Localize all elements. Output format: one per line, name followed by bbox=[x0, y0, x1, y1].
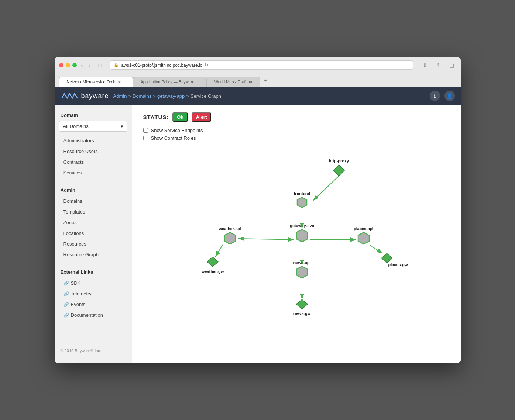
node-getaway-svc[interactable]: getaway-svc bbox=[290, 223, 314, 242]
node-label-news-gw: news-gw bbox=[293, 311, 310, 316]
endpoints-checkbox-input[interactable] bbox=[143, 128, 148, 133]
sidebar-item-domains[interactable]: Domains bbox=[55, 196, 132, 206]
domain-select[interactable]: All Domains ▾ bbox=[59, 121, 127, 132]
node-places-api[interactable]: places-api bbox=[354, 226, 374, 244]
svg-marker-2 bbox=[333, 165, 344, 176]
svg-marker-3 bbox=[297, 197, 307, 208]
user-button[interactable]: 👤 bbox=[444, 91, 455, 101]
svg-marker-5 bbox=[224, 232, 236, 244]
lock-icon: 🔒 bbox=[114, 63, 119, 67]
sidebar-item-contracts[interactable]: Contracts bbox=[55, 157, 132, 167]
sidebar-item-sdk[interactable]: 🔗 SDK bbox=[55, 278, 132, 288]
node-label-http-proxy: http-proxy bbox=[329, 159, 349, 163]
browser-controls: ‹ › □ 🔒 aws1-c01-protof.jsmithinc.poc.ba… bbox=[59, 60, 456, 70]
graph-svg: http-proxy frontend getaway-svc bbox=[143, 148, 450, 333]
sidebar-item-locations[interactable]: Locations bbox=[55, 228, 132, 239]
node-label-weather-gw: weather-gw bbox=[201, 269, 224, 274]
node-places-gw[interactable]: places-gw bbox=[381, 253, 408, 267]
breadcrumb-admin[interactable]: Admin bbox=[113, 93, 127, 99]
tab-policy[interactable]: Application Policy — Bayware documentati… bbox=[133, 77, 207, 87]
contract-roles-checkbox-input[interactable] bbox=[143, 136, 148, 140]
node-label-places-api: places-api bbox=[354, 226, 374, 231]
external-link-icon: 🔗 bbox=[63, 281, 69, 286]
info-button[interactable]: ℹ bbox=[430, 91, 440, 101]
topbar: bayware Admin > Domains > getaway-app > … bbox=[55, 87, 461, 105]
browser-tabs: Network Microservice Orchestrator Applic… bbox=[59, 75, 456, 87]
node-label-frontend: frontend bbox=[293, 191, 310, 196]
sidebar-item-zones[interactable]: Zones bbox=[55, 217, 132, 228]
logo-text: bayware bbox=[81, 92, 109, 100]
share-button[interactable]: ⇡ bbox=[434, 62, 443, 69]
url-text: aws1-c01-protof.jsmithinc.poc.bayware.io bbox=[121, 63, 202, 68]
sidebar-toggle-button[interactable]: ◫ bbox=[447, 62, 456, 69]
topbar-left: bayware Admin > Domains > getaway-app > … bbox=[61, 91, 222, 101]
edge-http-proxy-frontend bbox=[313, 176, 339, 201]
sidebar-item-resources[interactable]: Resources bbox=[55, 239, 132, 249]
domain-section-title: Domain bbox=[55, 111, 132, 121]
tab-grafana[interactable]: World Map - Grafana bbox=[207, 77, 260, 87]
maximize-button[interactable] bbox=[72, 63, 77, 67]
status-label: STATUS: bbox=[143, 114, 169, 120]
svg-marker-8 bbox=[381, 253, 392, 263]
breadcrumb: Admin > Domains > getaway-app > Service … bbox=[113, 93, 221, 99]
admin-section-title: Admin bbox=[55, 186, 132, 196]
node-label-weather-api: weather-api bbox=[218, 226, 241, 231]
sidebar-item-resource-users[interactable]: Resource Users bbox=[55, 146, 132, 157]
browser-titlebar: ‹ › □ 🔒 aws1-c01-protof.jsmithinc.poc.ba… bbox=[55, 57, 461, 87]
node-weather-gw[interactable]: weather-gw bbox=[201, 257, 224, 274]
close-button[interactable] bbox=[59, 63, 63, 67]
edge-weather-api-gw bbox=[215, 245, 223, 257]
sidebar: Domain All Domains ▾ Administrators Reso… bbox=[55, 105, 132, 363]
show-endpoints-checkbox[interactable]: Show Service Endpoints bbox=[143, 128, 450, 133]
sidebar-item-documentation[interactable]: 🔗 Documentation bbox=[55, 310, 132, 320]
sidebar-item-telemetry[interactable]: 🔗 Telemetry bbox=[55, 288, 132, 299]
node-label-news-api: news-api bbox=[293, 260, 310, 265]
back-button[interactable]: ‹ bbox=[80, 62, 85, 69]
node-news-api[interactable]: news-api bbox=[293, 260, 310, 278]
sidebar-item-events[interactable]: 🔗 Events bbox=[55, 299, 132, 310]
topbar-right: ℹ 👤 bbox=[430, 91, 455, 101]
logo-icon bbox=[61, 91, 79, 101]
breadcrumb-domains[interactable]: Domains bbox=[133, 93, 151, 99]
sidebar-item-templates[interactable]: Templates bbox=[55, 206, 132, 217]
external-link-icon-2: 🔗 bbox=[63, 291, 69, 296]
forward-button[interactable]: › bbox=[87, 62, 92, 69]
node-weather-api[interactable]: weather-api bbox=[218, 226, 241, 244]
traffic-lights bbox=[59, 63, 77, 67]
new-tab-button[interactable]: + bbox=[260, 75, 271, 87]
status-alert-button[interactable]: Alert bbox=[192, 112, 212, 122]
breadcrumb-app[interactable]: getaway-app bbox=[157, 93, 185, 99]
svg-marker-9 bbox=[296, 266, 308, 278]
minimize-button[interactable] bbox=[66, 63, 70, 67]
status-ok-button[interactable]: Ok bbox=[172, 112, 188, 122]
main-layout: Domain All Domains ▾ Administrators Reso… bbox=[55, 105, 461, 363]
svg-marker-10 bbox=[296, 299, 308, 309]
app-content: bayware Admin > Domains > getaway-app > … bbox=[55, 87, 461, 363]
external-link-icon-3: 🔗 bbox=[63, 302, 69, 307]
domain-select-value: All Domains bbox=[63, 124, 89, 129]
node-http-proxy[interactable]: http-proxy bbox=[329, 159, 349, 176]
download-button[interactable]: ⇓ bbox=[420, 62, 429, 69]
show-contract-roles-checkbox[interactable]: Show Contract Roles bbox=[143, 135, 450, 141]
reload-button[interactable]: ↻ bbox=[205, 62, 209, 68]
service-graph: http-proxy frontend getaway-svc bbox=[143, 148, 450, 333]
address-bar[interactable]: 🔒 aws1-c01-protof.jsmithinc.poc.bayware.… bbox=[110, 60, 413, 70]
sidebar-divider-1 bbox=[55, 182, 132, 182]
sidebar-item-services[interactable]: Services bbox=[55, 167, 132, 178]
sidebar-footer: © 2019 Bayware® Inc. bbox=[55, 344, 132, 357]
window-toggle-button[interactable]: □ bbox=[96, 62, 104, 69]
svg-marker-6 bbox=[207, 257, 218, 267]
node-frontend[interactable]: frontend bbox=[293, 191, 310, 208]
checkboxes: Show Service Endpoints Show Contract Rol… bbox=[143, 128, 450, 141]
external-section-title: External Links bbox=[55, 268, 132, 278]
sidebar-item-resource-graph[interactable]: Resource Graph bbox=[55, 249, 132, 260]
edge-places-api-gw bbox=[370, 245, 382, 253]
node-news-gw[interactable]: news-gw bbox=[293, 299, 310, 316]
logo: bayware bbox=[61, 91, 109, 101]
external-link-icon-4: 🔗 bbox=[63, 313, 69, 318]
sidebar-item-administrators[interactable]: Administrators bbox=[55, 135, 132, 146]
node-label-places-gw: places-gw bbox=[388, 263, 408, 267]
sidebar-divider-2 bbox=[55, 264, 132, 264]
breadcrumb-current: Service Graph bbox=[190, 93, 221, 99]
tab-network[interactable]: Network Microservice Orchestrator bbox=[59, 77, 133, 87]
